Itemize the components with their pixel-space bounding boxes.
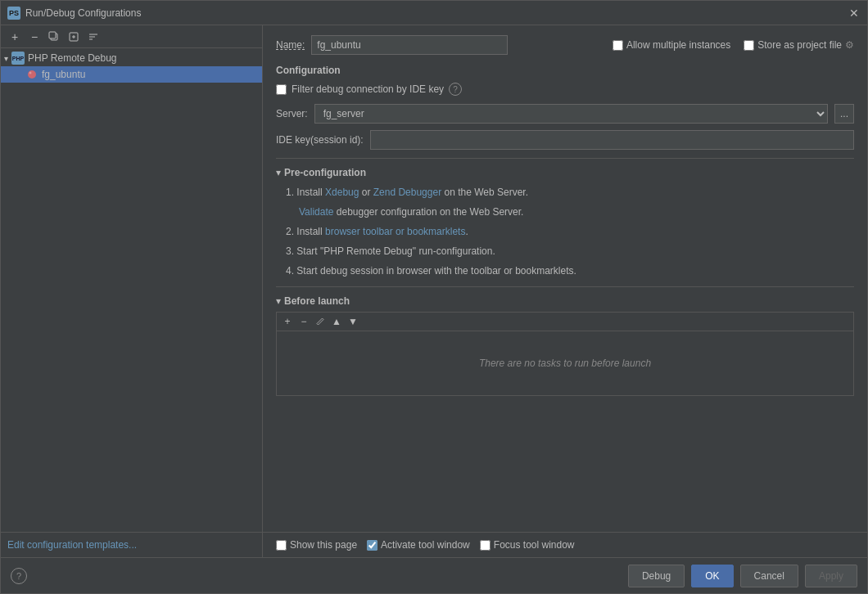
sidebar-toolbar: + −	[1, 25, 262, 48]
run-debug-configurations-dialog: PS Run/Debug Configurations ✕ + −	[0, 0, 868, 594]
before-launch-move-up-button[interactable]: ▲	[329, 314, 344, 329]
store-project-checkbox-row: Store as project file ⚙	[744, 39, 854, 51]
title-bar: PS Run/Debug Configurations ✕	[1, 1, 867, 25]
no-tasks-text: There are no tasks to run before launch	[479, 358, 651, 369]
pre-step-validate: Validate debugger configuration on the W…	[286, 205, 854, 219]
before-launch-label: Before launch	[284, 295, 350, 307]
filter-debug-checkbox[interactable]	[276, 84, 287, 95]
configuration-debug-icon	[25, 68, 38, 81]
server-label: Server:	[276, 108, 308, 119]
before-launch-toolbar: + − ▲ ▼	[276, 312, 854, 331]
before-launch-add-button[interactable]: +	[280, 314, 295, 329]
preconfiguration-header[interactable]: ▾ Pre-configuration	[276, 167, 854, 178]
activate-tool-checkbox[interactable]	[367, 540, 377, 551]
ide-key-label: IDE key(session id):	[276, 134, 364, 146]
remove-configuration-button[interactable]: −	[25, 28, 43, 46]
configuration-item-fg-ubuntu[interactable]: fg_ubuntu	[1, 66, 262, 83]
group-expand-arrow: ▾	[4, 54, 8, 63]
ps-logo-icon: PS	[7, 7, 20, 20]
server-dots-button[interactable]: ...	[834, 104, 854, 124]
preconfiguration-content: 1. Install Xdebug or Zend Debugger on th…	[276, 185, 854, 278]
group-header-php-remote-debug[interactable]: ▾ PHP PHP Remote Debug	[1, 50, 262, 66]
name-input[interactable]	[311, 35, 508, 55]
filter-debug-help-icon[interactable]: ?	[449, 83, 462, 96]
allow-multiple-label: Allow multiple instances	[626, 39, 730, 51]
close-button[interactable]: ✕	[848, 7, 861, 20]
footer-left: ?	[11, 568, 27, 584]
allow-multiple-checkbox-row: Allow multiple instances	[613, 39, 730, 51]
name-label: Name:	[276, 39, 305, 51]
validate-link[interactable]: Validate	[299, 206, 333, 218]
configuration-item-label: fg_ubuntu	[42, 69, 85, 80]
filter-debug-row: Filter debug connection by IDE key ?	[276, 83, 854, 96]
filter-debug-label: Filter debug connection by IDE key	[292, 83, 444, 95]
zend-debugger-link[interactable]: Zend Debugger	[373, 187, 441, 198]
separator-1	[276, 158, 854, 159]
focus-tool-label[interactable]: Focus tool window	[494, 539, 575, 551]
activate-tool-option: Activate tool window	[367, 539, 470, 551]
store-project-checkbox[interactable]	[744, 40, 754, 51]
configurations-tree: ▾ PHP PHP Remote Debug f	[1, 48, 262, 532]
main-content: + −	[1, 25, 867, 557]
focus-tool-option: Focus tool window	[480, 539, 575, 551]
before-launch-tasks-area: There are no tasks to run before launch	[276, 331, 854, 396]
help-button[interactable]: ?	[11, 568, 27, 584]
pre-step-4: 4. Start debug session in browser with t…	[286, 263, 854, 278]
preconfiguration-label: Pre-configuration	[284, 167, 366, 178]
store-project-label: Store as project file	[757, 39, 842, 51]
move-config-to-group-button[interactable]	[65, 28, 83, 46]
svg-rect-1	[49, 32, 56, 38]
show-page-option: Show this page	[276, 539, 357, 551]
store-project-gear-icon[interactable]: ⚙	[845, 39, 854, 51]
right-options: Allow multiple instances Store as projec…	[613, 39, 854, 51]
ide-key-row: IDE key(session id):	[276, 130, 854, 150]
activate-tool-label[interactable]: Activate tool window	[381, 539, 470, 551]
configuration-form: Name: Allow multiple instances Store as …	[263, 25, 867, 532]
group-label-php-remote-debug: PHP Remote Debug	[28, 52, 117, 64]
bottom-options: Show this page Activate tool window Focu…	[263, 532, 867, 557]
name-row: Name: Allow multiple instances Store as …	[276, 35, 854, 55]
show-page-label[interactable]: Show this page	[290, 539, 357, 551]
copy-configuration-button[interactable]	[45, 28, 63, 46]
before-launch-remove-button[interactable]: −	[296, 314, 311, 329]
browser-toolbar-link[interactable]: browser toolbar or bookmarklets	[325, 226, 465, 237]
before-launch-arrow-icon: ▾	[276, 295, 281, 307]
xdebug-link[interactable]: Xdebug	[325, 187, 359, 198]
dialog-footer: ? Debug OK Cancel Apply	[1, 557, 867, 593]
cancel-button[interactable]: Cancel	[740, 565, 798, 587]
title-bar-left: PS Run/Debug Configurations	[7, 7, 141, 20]
sidebar-footer: Edit configuration templates...	[1, 532, 262, 557]
show-page-checkbox[interactable]	[276, 540, 287, 551]
svg-point-8	[28, 70, 36, 79]
ide-key-input[interactable]	[370, 130, 854, 150]
configuration-section-title: Configuration	[276, 65, 854, 76]
ok-button[interactable]: OK	[691, 565, 733, 587]
pre-step-3: 3. Start "PHP Remote Debug" run-configur…	[286, 244, 854, 259]
debug-button[interactable]: Debug	[628, 565, 685, 587]
sort-configurations-button[interactable]	[84, 28, 102, 46]
allow-multiple-checkbox[interactable]	[613, 40, 623, 51]
separator-2	[276, 286, 854, 287]
edit-configuration-templates-link[interactable]: Edit configuration templates...	[7, 539, 137, 551]
apply-button[interactable]: Apply	[805, 565, 857, 587]
before-launch-header[interactable]: ▾ Before launch	[276, 295, 854, 307]
right-panel: Name: Allow multiple instances Store as …	[263, 25, 867, 557]
php-remote-debug-group-icon: PHP	[11, 52, 25, 65]
server-row: Server: fg_server ...	[276, 104, 854, 124]
pre-step-2: 2. Install browser toolbar or bookmarkle…	[286, 224, 854, 239]
svg-point-9	[29, 72, 32, 74]
sidebar: + −	[1, 25, 263, 557]
focus-tool-checkbox[interactable]	[480, 540, 491, 551]
before-launch-move-down-button[interactable]: ▼	[346, 314, 360, 329]
add-configuration-button[interactable]: +	[6, 28, 24, 46]
pre-step-1: 1. Install Xdebug or Zend Debugger on th…	[286, 185, 854, 200]
footer-buttons: Debug OK Cancel Apply	[628, 565, 857, 587]
before-launch-edit-button[interactable]	[313, 314, 328, 329]
preconfiguration-arrow-icon: ▾	[276, 167, 281, 178]
dialog-title: Run/Debug Configurations	[25, 7, 141, 19]
php-remote-debug-group: ▾ PHP PHP Remote Debug f	[1, 50, 262, 83]
server-select[interactable]: fg_server	[314, 104, 828, 124]
